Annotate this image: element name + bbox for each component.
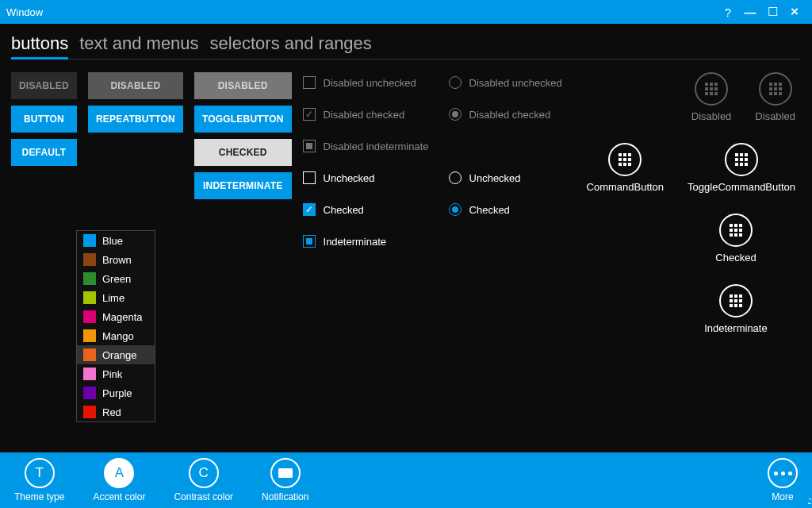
tab-text-menus[interactable]: text and menus [79,33,198,57]
content-area: buttons text and menus selectors and ran… [0,24,812,452]
grid-icon [619,153,631,166]
color-swatch [83,310,96,323]
cmd-indeterminate[interactable]: Indeterminate [676,284,795,334]
default-button[interactable]: DEFAULT [11,139,77,166]
toggle-col: DISABLED TOGGLEBUTTON CHECKED INDETERMIN… [194,72,292,199]
maximize-icon[interactable]: ☐ [761,5,783,19]
app-theme-type[interactable]: TTheme type [14,458,64,502]
app-contrast-color[interactable]: CContrast color [174,458,233,502]
checkbox-checked[interactable]: Checked [303,199,438,220]
color-option-red[interactable]: Red [77,402,155,421]
grid-icon [730,224,742,237]
repeat-button[interactable]: REPEATBUTTON [88,106,183,133]
tabs: buttons text and menus selectors and ran… [11,33,801,60]
toggle-button[interactable]: TOGGLEBUTTON [194,106,292,133]
button-col: DISABLED BUTTON DEFAULT [11,72,77,166]
color-label: Magenta [102,311,143,323]
color-option-brown[interactable]: Brown [77,250,155,269]
color-label: Brown [102,254,132,266]
color-label: Red [102,406,121,418]
grid-icon [735,153,748,166]
radio-disabled-checked: Disabled checked [449,104,576,125]
color-swatch [83,329,96,342]
appbar: TTheme type AAccent color CContrast colo… [0,452,812,508]
color-swatch [83,253,96,266]
window-title: Window [6,6,717,18]
checkbox-disabled-unchecked: Disabled unchecked [303,72,438,93]
color-swatch [83,368,96,380]
radio-unchecked[interactable]: Unchecked [449,167,576,188]
color-swatch [83,234,96,247]
color-swatch [83,291,96,304]
color-swatch [83,348,96,361]
radio-checked[interactable]: Checked [449,199,576,220]
grid-icon [730,294,742,307]
cmd-commandbutton[interactable]: CommandButton [587,143,665,193]
app-notification[interactable]: Notification [262,458,308,502]
disabled-button-1: DISABLED [11,72,77,99]
tab-buttons[interactable]: buttons [11,33,68,60]
app-more[interactable]: More [768,458,798,502]
command-buttons: Disabled Disabled CommandButton ToggleCo… [587,72,795,334]
indeterminate-button[interactable]: INDETERMINATE [194,172,292,199]
checkbox-disabled-indeterminate: Disabled indeterminate [303,136,438,156]
color-label: Purple [102,387,132,399]
help-icon[interactable]: ? [717,6,739,19]
disabled-button-2: DISABLED [88,72,183,99]
color-label: Blue [102,235,123,247]
minimize-icon[interactable]: — [739,6,761,19]
color-label: Green [102,273,131,285]
app-accent-color[interactable]: AAccent color [93,458,145,502]
more-icon [774,471,792,475]
grid-icon [769,83,782,95]
rectangle-icon [278,468,293,478]
color-option-orange[interactable]: Orange [77,345,155,364]
checkbox-indeterminate[interactable]: Indeterminate [303,231,438,252]
checkbox-col: Disabled unchecked Disabled checked Disa… [303,72,438,252]
color-swatch [83,387,96,399]
cmd-togglecommandbutton[interactable]: ToggleCommandButton [688,143,795,193]
color-label: Mango [102,330,134,342]
cmd-disabled-1: Disabled [691,72,732,122]
color-option-magenta[interactable]: Magenta [77,307,155,326]
button[interactable]: BUTTON [11,106,77,133]
color-label: Orange [102,349,136,361]
cmd-checked[interactable]: Checked [676,214,795,264]
grid-icon [705,83,718,95]
cmd-disabled-2: Disabled [755,72,795,122]
color-option-pink[interactable]: Pink [77,364,155,383]
checkbox-disabled-checked: Disabled checked [303,104,438,125]
radio-disabled-unchecked: Disabled unchecked [449,72,576,93]
color-option-green[interactable]: Green [77,269,155,288]
repeat-col: DISABLED REPEATBUTTON [88,72,183,133]
color-option-mango[interactable]: Mango [77,326,155,345]
tab-selectors-ranges[interactable]: selectors and ranges [210,33,372,57]
titlebar: Window ? — ☐ × [0,0,812,24]
radio-col: Disabled unchecked Disabled checked Unch… [449,72,576,220]
disabled-button-3: DISABLED [194,72,292,99]
color-option-lime[interactable]: Lime [77,288,155,307]
color-option-blue[interactable]: Blue [77,231,155,250]
accent-color-popup[interactable]: BlueBrownGreenLimeMagentaMangoOrangePink… [76,230,155,422]
checkbox-unchecked[interactable]: Unchecked [303,167,438,188]
close-icon[interactable]: × [783,4,806,20]
color-swatch [83,406,96,418]
color-swatch [83,272,96,285]
color-option-purple[interactable]: Purple [77,383,155,402]
resize-grip-icon[interactable]: .:: [807,495,810,506]
checked-button[interactable]: CHECKED [194,139,292,166]
color-label: Lime [102,292,124,304]
color-label: Pink [102,368,122,380]
